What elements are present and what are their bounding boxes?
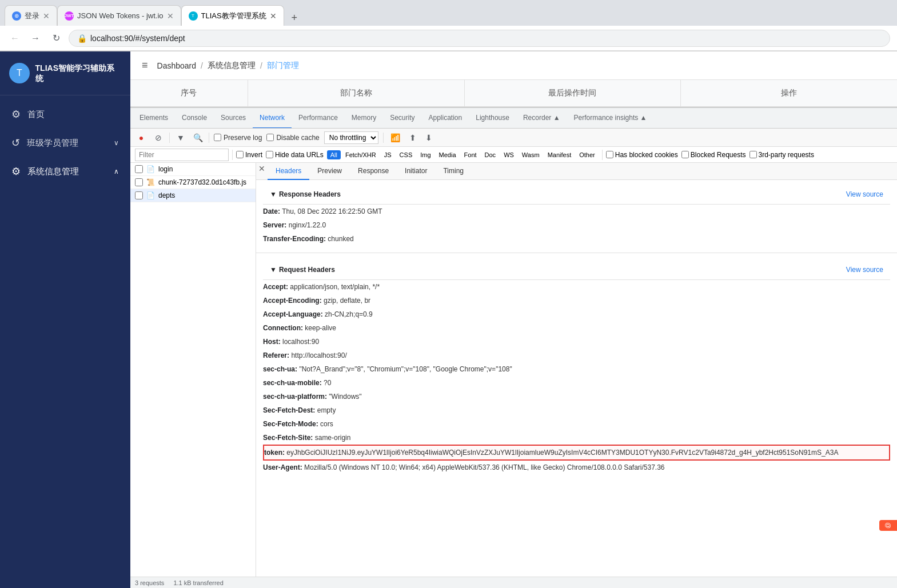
blocked-requests-checkbox[interactable]: Blocked Requests — [681, 151, 746, 159]
blocked-requests-input[interactable] — [681, 151, 689, 158]
filter-type-css[interactable]: CSS — [396, 150, 416, 159]
upload-icon[interactable]: ⬆ — [407, 132, 418, 143]
network-item-chunk[interactable]: 📜 chunk-72737d32.0d1c43fb.js — [130, 176, 256, 189]
net-item-checkbox-chunk[interactable] — [135, 178, 143, 186]
hide-data-urls-checkbox[interactable]: Hide data URLs — [266, 151, 324, 159]
blocked-cookies-checkbox[interactable]: Has blocked cookies — [606, 151, 678, 159]
sidebar-item-system[interactable]: ⚙ 系统信息管理 ∧ — [0, 157, 130, 186]
disable-cache-label: Disable cache — [276, 134, 319, 142]
filter-type-img[interactable]: Img — [417, 150, 434, 159]
back-button[interactable]: ← — [7, 30, 23, 46]
wifi-icon[interactable]: 📶 — [388, 132, 402, 143]
address-bar[interactable]: 🔒 localhost:90/#/system/dept — [69, 30, 890, 47]
tab-close-tlias[interactable]: ✕ — [270, 11, 277, 21]
headers-tab-headers[interactable]: Headers — [268, 163, 309, 180]
tab-jwt[interactable]: JWT JSON Web Tokens - jwt.io ✕ — [57, 5, 181, 26]
breadcrumb-system[interactable]: 系统信息管理 — [208, 61, 256, 71]
tab-tlias[interactable]: T TLIAS教学管理系统 ✕ — [181, 5, 284, 26]
tab-login[interactable]: ⊕ 登录 ✕ — [5, 5, 57, 26]
filter-type-wasm[interactable]: Wasm — [519, 150, 543, 159]
headers-tab-preview[interactable]: Preview — [309, 163, 350, 180]
third-party-input[interactable] — [750, 151, 757, 158]
devtools-tab-application[interactable]: Application — [422, 108, 469, 129]
filter-type-doc[interactable]: Doc — [481, 150, 500, 159]
system-icon: ⚙ — [11, 165, 21, 178]
browser-chrome: ⊕ 登录 ✕ JWT JSON Web Tokens - jwt.io ✕ T … — [0, 0, 897, 51]
tab-close-login[interactable]: ✕ — [43, 11, 50, 21]
response-headers-label: Response Headers — [279, 190, 341, 198]
preserve-log-input[interactable] — [214, 134, 221, 141]
disable-cache-input[interactable] — [266, 134, 274, 141]
csdn-badge[interactable]: @小袁拒绝摆烂 — [879, 520, 897, 531]
sidebar-item-home[interactable]: ⚙ 首页 — [0, 100, 130, 129]
hamburger-icon[interactable]: ≡ — [142, 59, 148, 71]
invert-checkbox[interactable]: Invert — [236, 151, 262, 159]
devtools-tab-security[interactable]: Security — [383, 108, 421, 129]
filter-type-all[interactable]: All — [327, 150, 341, 159]
download-icon[interactable]: ⬇ — [423, 132, 434, 143]
devtools-tab-console[interactable]: Console — [175, 108, 214, 129]
network-item-login[interactable]: 📄 login — [130, 163, 256, 176]
forward-button[interactable]: → — [27, 30, 43, 46]
req-header-sec-ch-ua-value: "Not?A_Brand";v="8", "Chromium";v="108",… — [299, 365, 512, 373]
hide-data-urls-input[interactable] — [266, 151, 273, 158]
filter-type-media[interactable]: Media — [436, 150, 460, 159]
filter-type-font[interactable]: Font — [461, 150, 480, 159]
response-headers-section: ▼ Response Headers View source Date: Thu… — [256, 180, 897, 250]
devtools-tab-memory[interactable]: Memory — [345, 108, 383, 129]
clear-button[interactable]: ⊘ — [152, 131, 165, 144]
table-area: 序号 部门名称 最后操作时间 操作 — [130, 80, 897, 107]
filter-type-other[interactable]: Other — [576, 150, 599, 159]
breadcrumb-sep1: / — [201, 61, 203, 70]
req-header-sec-fetch-site: Sec-Fetch-Site: same-origin — [263, 431, 890, 445]
filter-type-js[interactable]: JS — [381, 150, 395, 159]
file-icon-chunk: 📜 — [146, 178, 155, 186]
filter-type-fetch[interactable]: Fetch/XHR — [342, 150, 380, 159]
breadcrumb-dashboard[interactable]: Dashboard — [157, 61, 197, 70]
devtools-tab-performance[interactable]: Performance — [292, 108, 345, 129]
net-item-checkbox-depts[interactable] — [135, 191, 143, 199]
req-header-referer-value: http://localhost:90/ — [291, 351, 346, 359]
response-header-transfer: Transfer-Encoding: chunked — [263, 232, 890, 246]
devtools-tab-lighthouse[interactable]: Lighthouse — [469, 108, 516, 129]
req-header-connection-name: Connection: — [263, 324, 303, 332]
tab-title-jwt: JSON Web Tokens - jwt.io — [77, 11, 164, 20]
devtools-tab-recorder[interactable]: Recorder ▲ — [516, 108, 567, 129]
home-icon: ⚙ — [11, 108, 21, 121]
record-button[interactable]: ● — [135, 131, 147, 144]
tab-close-jwt[interactable]: ✕ — [167, 11, 174, 21]
breadcrumb-dept[interactable]: 部门管理 — [267, 61, 299, 71]
new-tab-button[interactable]: + — [286, 10, 302, 26]
response-header-date-value: Thu, 08 Dec 2022 16:22:50 GMT — [282, 207, 382, 215]
reload-button[interactable]: ↻ — [48, 30, 64, 46]
disable-cache-checkbox[interactable]: Disable cache — [266, 134, 319, 142]
throttle-select[interactable]: No throttling — [324, 131, 378, 144]
filter-type-manifest[interactable]: Manifest — [544, 150, 575, 159]
net-item-checkbox-login[interactable] — [135, 165, 143, 173]
third-party-checkbox[interactable]: 3rd-party requests — [750, 151, 814, 159]
headers-tab-response[interactable]: Response — [350, 163, 397, 180]
network-item-depts[interactable]: 📄 depts — [130, 189, 256, 202]
req-header-user-agent-value: Mozilla/5.0 (Windows NT 10.0; Win64; x64… — [304, 463, 665, 471]
devtools-tab-perf-insights[interactable]: Performance insights ▲ — [567, 108, 654, 129]
preserve-log-checkbox[interactable]: Preserve log — [214, 134, 262, 142]
request-view-source[interactable]: View source — [846, 266, 883, 274]
sidebar-item-class[interactable]: ↺ 班级学员管理 ∨ — [0, 129, 130, 157]
search-button[interactable]: 🔍 — [192, 131, 204, 144]
filter-bar: Invert Hide data URLs All Fetch/XHR JS C… — [130, 147, 897, 163]
req-header-host-value: localhost:90 — [282, 338, 319, 346]
filter-button[interactable]: ▼ — [174, 131, 187, 144]
panel-close-button[interactable]: ✕ — [256, 163, 268, 174]
devtools-tab-network[interactable]: Network — [253, 108, 292, 129]
invert-input[interactable] — [236, 151, 244, 158]
devtools-tab-sources[interactable]: Sources — [214, 108, 253, 129]
filter-input[interactable] — [135, 149, 229, 161]
headers-tab-timing[interactable]: Timing — [435, 163, 472, 180]
filter-type-ws[interactable]: WS — [500, 150, 517, 159]
devtools-tab-elements[interactable]: Elements — [133, 108, 175, 129]
blocked-cookies-input[interactable] — [606, 151, 613, 158]
response-view-source[interactable]: View source — [846, 190, 883, 198]
sidebar-label-class: 班级学员管理 — [27, 138, 78, 149]
tab-favicon-tlias: T — [189, 11, 198, 21]
headers-tab-initiator[interactable]: Initiator — [397, 163, 435, 180]
